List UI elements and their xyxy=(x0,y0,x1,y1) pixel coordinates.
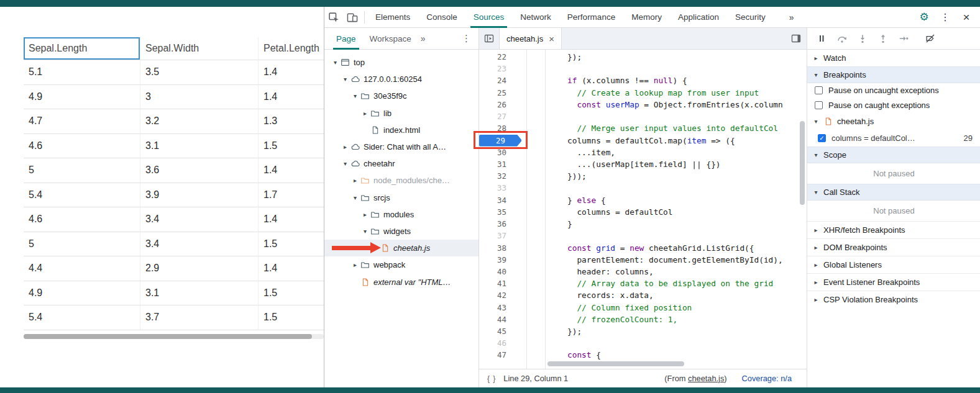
line-number-44[interactable]: 44 xyxy=(479,314,526,325)
table-cell[interactable]: 3.5 xyxy=(140,60,259,85)
step-over-icon[interactable] xyxy=(831,29,852,48)
section-header-call-stack[interactable]: ▾Call Stack xyxy=(807,184,980,201)
table-cell[interactable]: 4.6 xyxy=(24,207,140,232)
table-cell[interactable]: 3.1 xyxy=(140,134,259,159)
column-header-sepal-width[interactable]: Sepal.Width xyxy=(140,37,259,60)
tree-item-127-0-0-1-60254[interactable]: ▾127.0.0.1:60254 xyxy=(324,71,479,88)
breakpoint-entry[interactable]: ✓columns = defaultCol…29 xyxy=(807,130,980,147)
source-file-link[interactable]: cheetah.js xyxy=(688,374,724,383)
line-number-42[interactable]: 42 xyxy=(479,289,526,301)
line-number-40[interactable]: 40 xyxy=(479,266,526,278)
table-cell[interactable]: 1.5 xyxy=(259,305,324,330)
tree-item-external-var-html[interactable]: external var "HTML… xyxy=(324,273,479,290)
section-header-event-listener-breakpoints[interactable]: ▸Event Listener Breakpoints xyxy=(807,273,980,291)
step-into-icon[interactable] xyxy=(852,29,872,48)
code-content[interactable]: });if (x.columns !== null) { // Create a… xyxy=(546,50,807,369)
tree-item-top[interactable]: ▾top xyxy=(324,54,479,71)
table-cell[interactable]: 3.4 xyxy=(140,232,259,257)
line-number-33[interactable]: 33 xyxy=(479,182,526,194)
line-number-26[interactable]: 26 xyxy=(479,99,526,111)
table-cell[interactable]: 4.4 xyxy=(24,256,140,281)
table-cell[interactable]: 4.9 xyxy=(24,281,140,306)
line-number-32[interactable]: 32 xyxy=(479,170,526,182)
scrollbar-thumb[interactable] xyxy=(24,334,312,339)
checkbox[interactable] xyxy=(815,86,823,94)
tree-item-lib[interactable]: ▸lib xyxy=(324,105,479,122)
grid-horizontal-scrollbar[interactable] xyxy=(24,334,324,339)
navigator-tab-page[interactable]: Page xyxy=(329,28,363,50)
coverage-link[interactable]: Coverage: n/a xyxy=(742,374,792,383)
table-cell[interactable]: 1.4 xyxy=(259,158,324,183)
line-number-27[interactable]: 27 xyxy=(479,111,526,122)
section-header-watch[interactable]: ▸Watch xyxy=(807,50,980,66)
tree-expand-arrow-icon[interactable]: ▸ xyxy=(350,261,360,268)
table-cell[interactable]: 4.7 xyxy=(24,109,140,134)
pretty-print-icon[interactable]: { } xyxy=(487,374,496,383)
inspect-element-icon[interactable] xyxy=(324,8,343,27)
table-cell[interactable]: 3.9 xyxy=(140,183,259,208)
tree-item-30e35f9c[interactable]: ▾30e35f9c xyxy=(324,88,479,104)
devtools-tab-sources[interactable]: Sources xyxy=(465,7,513,28)
table-cell[interactable]: 1.4 xyxy=(259,60,324,85)
section-header-dom-breakpoints[interactable]: ▸DOM Breakpoints xyxy=(807,238,980,256)
table-cell[interactable]: 5.4 xyxy=(24,183,140,208)
pause-icon[interactable] xyxy=(811,29,831,48)
tree-item-node-modules-che[interactable]: ▸node_modules/che… xyxy=(324,172,479,189)
step-out-icon[interactable] xyxy=(872,29,893,48)
tree-item-modules[interactable]: ▸modules xyxy=(324,206,479,223)
devtools-tab-memory[interactable]: Memory xyxy=(623,7,670,28)
tree-item-widgets[interactable]: ▾widgets xyxy=(324,223,479,240)
editor-horizontal-scrollbar[interactable] xyxy=(547,361,684,366)
tree-collapse-arrow-icon[interactable]: ▾ xyxy=(350,194,360,201)
table-cell[interactable]: 1.4 xyxy=(259,207,324,232)
table-cell[interactable]: 2.9 xyxy=(140,256,259,281)
devtools-tab-application[interactable]: Application xyxy=(670,7,727,28)
table-cell[interactable]: 3.1 xyxy=(140,281,259,306)
tree-expand-arrow-icon[interactable]: ▸ xyxy=(360,110,370,117)
device-toolbar-icon[interactable] xyxy=(343,8,362,27)
table-cell[interactable]: 4.9 xyxy=(24,85,140,110)
section-header-breakpoints[interactable]: ▾Breakpoints xyxy=(807,66,980,83)
table-cell[interactable]: 5.4 xyxy=(24,305,140,330)
devtools-tab-console[interactable]: Console xyxy=(418,7,465,28)
line-number-45[interactable]: 45 xyxy=(479,325,526,337)
close-tab-icon[interactable]: × xyxy=(549,34,554,44)
line-number-28[interactable]: 28 xyxy=(479,122,526,134)
editor-tab-cheetah-js[interactable]: cheetah.js × xyxy=(499,28,562,49)
table-cell[interactable]: 1.5 xyxy=(259,232,324,257)
breakpoint-checkbox[interactable]: ✓ xyxy=(818,134,826,142)
toggle-navigator-icon[interactable] xyxy=(479,34,499,43)
column-header-petal-length[interactable]: Petal.Length xyxy=(259,37,324,60)
line-number-35[interactable]: 35 xyxy=(479,206,526,218)
editor-vertical-scrollbar[interactable] xyxy=(800,121,805,205)
devtools-tab-security[interactable]: Security xyxy=(727,7,774,28)
table-cell[interactable]: 5 xyxy=(24,158,140,183)
line-number-22[interactable]: 22 xyxy=(479,51,526,63)
section-header-global-listeners[interactable]: ▸Global Listeners xyxy=(807,256,980,273)
line-number-25[interactable]: 25 xyxy=(479,87,526,99)
line-number-30[interactable]: 30 xyxy=(479,147,526,158)
tree-collapse-arrow-icon[interactable]: ▾ xyxy=(360,228,370,235)
tree-collapse-arrow-icon[interactable]: ▾ xyxy=(341,160,350,167)
navigator-tab-workspace[interactable]: Workspace xyxy=(363,28,418,50)
breakpoint-gutter[interactable] xyxy=(527,50,546,369)
tree-expand-arrow-icon[interactable]: ▸ xyxy=(360,211,370,218)
table-cell[interactable]: 1.7 xyxy=(259,183,324,208)
table-cell[interactable]: 1.4 xyxy=(259,85,324,110)
table-cell[interactable]: 3.2 xyxy=(140,109,259,134)
more-tabs-button[interactable]: » xyxy=(784,12,800,22)
section-header-csp-violation-breakpoints[interactable]: ▸CSP Violation Breakpoints xyxy=(807,291,980,308)
table-cell[interactable]: 1.3 xyxy=(259,109,324,134)
line-number-29[interactable]: 29 xyxy=(479,135,521,147)
line-number-46[interactable]: 46 xyxy=(479,337,526,349)
close-devtools-icon[interactable]: × xyxy=(957,8,976,27)
tree-collapse-arrow-icon[interactable]: ▾ xyxy=(341,76,350,83)
table-cell[interactable]: 1.5 xyxy=(259,281,324,306)
line-number-43[interactable]: 43 xyxy=(479,302,526,314)
table-cell[interactable]: 1.4 xyxy=(259,256,324,281)
table-cell[interactable]: 1.5 xyxy=(259,134,324,159)
line-number-23[interactable]: 23 xyxy=(479,63,526,75)
checkbox[interactable] xyxy=(815,101,823,109)
navigator-menu-icon[interactable]: ⋮ xyxy=(462,33,471,44)
deactivate-breakpoints-icon[interactable] xyxy=(920,29,940,48)
